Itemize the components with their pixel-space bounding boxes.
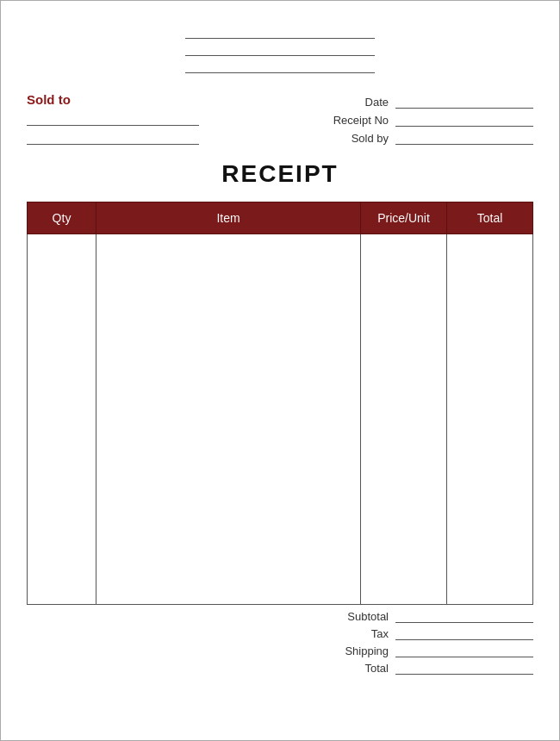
tax-label: Tax bbox=[320, 627, 389, 640]
total-label: Total bbox=[320, 662, 389, 675]
receipt-no-row: Receipt No bbox=[320, 114, 533, 127]
date-label: Date bbox=[320, 96, 389, 109]
address-line-2 bbox=[185, 44, 375, 56]
address-line-1 bbox=[185, 27, 375, 39]
sold-to-label: Sold to bbox=[27, 92, 199, 107]
shipping-label: Shipping bbox=[320, 644, 389, 657]
tax-row: Tax bbox=[292, 627, 533, 640]
sold-by-line bbox=[395, 133, 533, 145]
receipt-page: Sold to Date Receipt No Sold by RECEIPT … bbox=[0, 0, 560, 741]
table-header-row: Qty Item Price/Unit Total bbox=[28, 202, 533, 234]
sold-to-line-1 bbox=[27, 114, 199, 126]
summary-table: Subtotal Tax Shipping Total bbox=[292, 610, 533, 679]
date-line bbox=[395, 97, 533, 109]
header-price-unit: Price/Unit bbox=[361, 202, 447, 234]
receipt-title: RECEIPT bbox=[27, 160, 533, 188]
shipping-row: Shipping bbox=[292, 644, 533, 657]
receipt-no-label: Receipt No bbox=[320, 114, 389, 127]
sold-by-row: Sold by bbox=[320, 132, 533, 145]
header-qty: Qty bbox=[28, 202, 96, 234]
cell-item bbox=[96, 234, 361, 605]
table-body-row bbox=[28, 234, 533, 605]
sold-to-section: Sold to Date Receipt No Sold by bbox=[27, 92, 533, 152]
cell-total bbox=[447, 234, 533, 605]
address-line-3 bbox=[185, 61, 375, 73]
summary-section: Subtotal Tax Shipping Total bbox=[27, 610, 533, 679]
tax-line bbox=[395, 628, 533, 640]
sold-to-left: Sold to bbox=[27, 92, 199, 152]
total-row: Total bbox=[292, 662, 533, 675]
shipping-line bbox=[395, 645, 533, 657]
total-line bbox=[395, 663, 533, 675]
subtotal-label: Subtotal bbox=[320, 610, 389, 623]
header-total: Total bbox=[447, 202, 533, 234]
sold-to-line-2 bbox=[27, 133, 199, 145]
cell-price bbox=[361, 234, 447, 605]
subtotal-line bbox=[395, 611, 533, 623]
date-row: Date bbox=[320, 96, 533, 109]
receipt-no-line bbox=[395, 115, 533, 127]
sold-by-label: Sold by bbox=[320, 132, 389, 145]
top-address-section bbox=[27, 27, 533, 78]
cell-qty bbox=[28, 234, 96, 605]
sold-to-right: Date Receipt No Sold by bbox=[320, 92, 533, 145]
receipt-table: Qty Item Price/Unit Total bbox=[27, 202, 533, 605]
header-item: Item bbox=[96, 202, 361, 234]
subtotal-row: Subtotal bbox=[292, 610, 533, 623]
